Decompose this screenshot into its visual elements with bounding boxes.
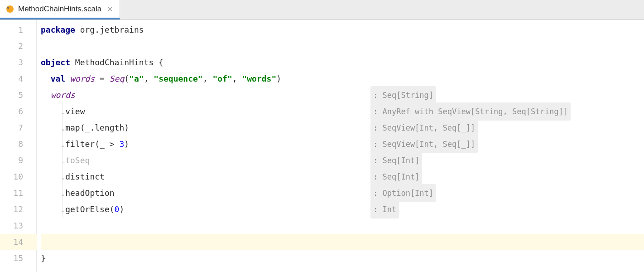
code-line — [41, 218, 644, 234]
code-line: .map(_.length) : SeqView[Int, Seq[_]] — [41, 120, 644, 136]
code-line — [41, 38, 644, 54]
type-hint: : Option[Int] — [370, 184, 436, 202]
type-hint: : Seq[String] — [370, 86, 436, 104]
line-number[interactable]: 15 — [0, 250, 37, 267]
code-line[interactable] — [41, 234, 644, 250]
code-line: } — [41, 250, 644, 267]
tab-bar: MethodChainHints.scala — [0, 0, 644, 20]
tab-filename: MethodChainHints.scala — [18, 5, 101, 14]
line-number[interactable]: 7 — [0, 120, 37, 136]
editor-tab[interactable]: MethodChainHints.scala — [0, 0, 120, 19]
svg-point-0 — [6, 5, 14, 13]
code-area[interactable]: package org.jetbrains object MethodChain… — [37, 20, 644, 272]
type-hint: : Seq[Int] — [370, 151, 422, 170]
gutter: 1 2 3 4 5 6 7 8 9 10 11 12 13 14 15 — [0, 20, 37, 272]
code-line: package org.jetbrains — [41, 22, 644, 38]
close-icon[interactable] — [107, 6, 113, 12]
line-number[interactable]: 10 — [0, 169, 37, 185]
line-number[interactable]: 2 — [0, 38, 37, 54]
line-number[interactable]: 8 — [0, 136, 37, 152]
line-number[interactable]: 1 — [0, 22, 37, 38]
type-hint: : SeqView[Int, Seq[_]] — [370, 135, 478, 153]
line-number[interactable]: 6 — [0, 103, 37, 120]
svg-point-1 — [7, 6, 9, 8]
code-line: val words = Seq("a", "sequence", "of", "… — [41, 71, 644, 87]
line-number[interactable]: 12 — [0, 201, 37, 218]
code-line: .view : AnyRef with SeqView[String, Seq[… — [41, 103, 644, 120]
type-hint: : AnyRef with SeqView[String, Seq[String… — [370, 102, 571, 121]
code-line: .headOption : Option[Int] — [41, 185, 644, 201]
line-number[interactable]: 4 — [0, 71, 37, 87]
line-number[interactable]: 14 — [0, 234, 37, 250]
line-number[interactable]: 5 — [0, 87, 37, 103]
code-line: .filter(_ > 3) : SeqView[Int, Seq[_]] — [41, 136, 644, 152]
editor-area: 1 2 3 4 5 6 7 8 9 10 11 12 13 14 15 pack… — [0, 20, 644, 272]
code-line: .getOrElse(0) : Int — [41, 201, 644, 218]
code-line: .toSeq : Seq[Int] — [41, 152, 644, 169]
code-line: .distinct : Seq[Int] — [41, 169, 644, 185]
code-line: object MethodChainHints { — [41, 54, 644, 71]
line-number[interactable]: 13 — [0, 218, 37, 234]
type-hint: : SeqView[Int, Seq[_]] — [370, 119, 478, 137]
line-number[interactable]: 3 — [0, 54, 37, 71]
line-number[interactable]: 11 — [0, 185, 37, 201]
type-hint: : Int — [370, 200, 399, 219]
line-number[interactable]: 9 — [0, 152, 37, 169]
type-hint: : Seq[Int] — [370, 168, 422, 186]
scala-file-icon — [5, 5, 14, 14]
code-line: words : Seq[String] — [41, 87, 644, 103]
